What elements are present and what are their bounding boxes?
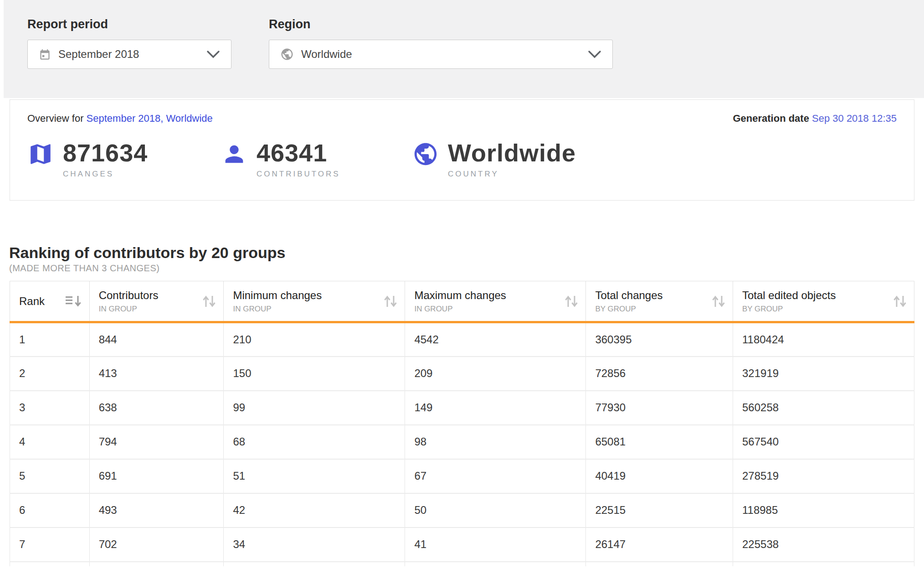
cell-max-changes: 41 (405, 528, 586, 562)
column-label: Minimum changes (233, 289, 322, 302)
cell-rank: 3 (10, 391, 90, 425)
cell-total-changes: 40419 (586, 459, 733, 493)
col-header-max-changes[interactable]: Maximum changes IN GROUP (405, 281, 586, 322)
cell-max-changes: 209 (405, 357, 586, 391)
table-row: 1 844 210 4542 360395 1180424 (10, 322, 914, 357)
cell-contributors: 493 (89, 493, 224, 528)
region-value: Worldwide (301, 48, 352, 61)
col-header-total-changes[interactable]: Total changes BY GROUP (586, 281, 733, 322)
cell-rank: 2 (10, 357, 90, 391)
cell-contributors: 691 (89, 459, 224, 493)
col-header-contributors[interactable]: Contributors IN GROUP (89, 281, 224, 322)
cell-rank: 5 (10, 459, 90, 493)
cell-total-changes: 72856 (586, 357, 733, 391)
person-icon (221, 141, 247, 167)
report-period-group: Report period September 2018 (27, 17, 231, 98)
country-name: Worldwide (448, 140, 576, 166)
sort-updown-icon[interactable] (564, 295, 579, 308)
column-sublabel: IN GROUP (233, 305, 322, 314)
table-row: 4 794 68 98 65081 567540 (10, 425, 914, 459)
cell-total-changes: 65081 (586, 425, 733, 459)
sort-updown-icon[interactable] (383, 295, 398, 308)
stat-country: Worldwide COUNTRY (412, 140, 576, 179)
region-select[interactable]: Worldwide (269, 40, 613, 69)
column-label: Maximum changes (414, 289, 506, 302)
cell-rank: 7 (10, 528, 90, 562)
cell-total-edited: 567540 (733, 425, 914, 459)
cell-min-changes: 150 (224, 357, 405, 391)
cell-contributors: 638 (89, 391, 224, 425)
chevron-down-icon (206, 50, 220, 58)
col-header-rank[interactable]: Rank (10, 281, 90, 322)
table-header-row: Rank Contributors (10, 281, 914, 322)
table-row: 7 702 34 41 26147 225538 (10, 528, 914, 562)
cell-min-changes: 51 (224, 459, 405, 493)
globe-gray-icon (280, 47, 294, 61)
ranking-subtitle: (MADE MORE THAN 3 CHANGES) (9, 263, 924, 274)
cell-total-changes: 77930 (586, 391, 733, 425)
cell-total-edited: 1180424 (733, 322, 914, 357)
cell-rank: 6 (10, 493, 90, 528)
chevron-down-icon (588, 50, 601, 58)
overview-prefix: Overview for (27, 113, 83, 124)
changes-count: 871634 (63, 140, 148, 166)
sort-amount-icon[interactable] (65, 295, 83, 307)
cell-min-changes: 68 (224, 425, 405, 459)
column-sublabel: IN GROUP (99, 305, 159, 314)
cell-total-edited: 225538 (733, 528, 914, 562)
map-icon (27, 141, 54, 167)
col-header-total-edited[interactable]: Total edited objects BY GROUP (733, 281, 914, 322)
ranking-title: Ranking of contributors by 20 groups (9, 244, 924, 261)
contributors-label: CONTRIBUTORS (257, 170, 340, 179)
table-row: 5 691 51 67 40419 278519 (10, 459, 914, 493)
cell-contributors: 413 (89, 357, 224, 391)
sort-updown-icon[interactable] (711, 295, 726, 308)
overview-stats: 871634 CHANGES 46341 CONTRIBUTORS Worldw… (27, 140, 897, 179)
table-row: 2 413 150 209 72856 321919 (10, 357, 914, 391)
cell-total-changes: 26147 (586, 528, 733, 562)
changes-label: CHANGES (63, 170, 148, 179)
column-sublabel: IN GROUP (414, 305, 506, 314)
region-group: Region Worldwide (269, 17, 613, 98)
cell-contributors: 844 (89, 322, 224, 357)
column-label: Rank (19, 295, 45, 308)
region-label: Region (269, 17, 613, 31)
cell-min-changes: 210 (224, 322, 405, 357)
column-label: Total edited objects (742, 289, 836, 302)
cell-max-changes: 4542 (405, 322, 586, 357)
sort-updown-icon[interactable] (892, 295, 908, 308)
column-label: Total changes (595, 289, 662, 302)
cell-total-edited: 118985 (733, 493, 914, 528)
overview-heading: Overview for September 2018, Worldwide (27, 113, 213, 124)
cell-max-changes: 67 (405, 459, 586, 493)
sort-updown-icon[interactable] (201, 295, 217, 308)
cell-max-changes: 50 (405, 493, 586, 528)
cell-total-edited: 321919 (733, 357, 914, 391)
generation-date-value[interactable]: Sep 30 2018 12:35 (812, 113, 897, 124)
overview-period-link[interactable]: September 2018, Worldwide (87, 113, 213, 124)
report-period-value: September 2018 (58, 48, 139, 61)
cell-max-changes: 149 (405, 391, 586, 425)
overview-card: Overview for September 2018, Worldwide G… (10, 99, 914, 201)
cell-rank: 4 (10, 425, 90, 459)
col-header-min-changes[interactable]: Minimum changes IN GROUP (224, 281, 405, 322)
column-label: Contributors (99, 289, 159, 302)
cell-total-edited: 560258 (733, 391, 914, 425)
filter-bar: Report period September 2018 Region Worl… (4, 0, 924, 98)
country-label: COUNTRY (448, 170, 576, 179)
cell-contributors: 794 (89, 425, 224, 459)
calendar-icon (39, 48, 51, 61)
cell-min-changes: 42 (224, 493, 405, 528)
ranking-table: Rank Contributors (10, 281, 914, 566)
report-period-select[interactable]: September 2018 (27, 40, 231, 69)
stat-contributors: 46341 CONTRIBUTORS (221, 140, 412, 179)
cell-min-changes: 34 (224, 528, 405, 562)
generation-date: Generation date Sep 30 2018 12:35 (733, 113, 897, 124)
cell-rank: 1 (10, 322, 90, 357)
stat-changes: 871634 CHANGES (27, 140, 221, 179)
report-period-label: Report period (27, 17, 231, 31)
cell-min-changes: 99 (224, 391, 405, 425)
cell-contributors: 702 (89, 528, 224, 562)
globe-icon (412, 141, 439, 167)
cell-total-changes: 22515 (586, 493, 733, 528)
